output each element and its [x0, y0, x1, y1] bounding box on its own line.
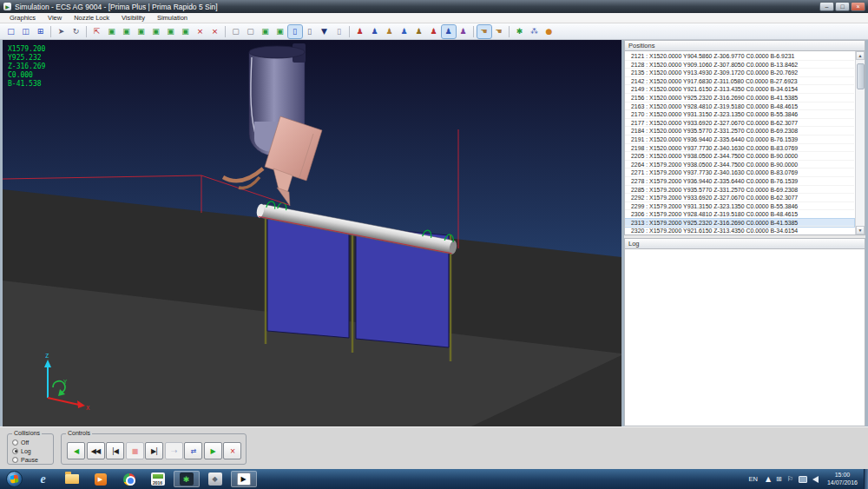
pick-hand-icon[interactable]: ☚: [477, 25, 491, 38]
menu-item-visibility[interactable]: Visibility: [115, 13, 151, 23]
positions-panel-toggle-icon[interactable]: ▯: [288, 25, 302, 38]
wire-overlay-icon[interactable]: ✱: [513, 25, 527, 38]
show-stock-icon[interactable]: ▣: [164, 25, 178, 38]
posture-manual-icon[interactable]: ♟: [457, 25, 470, 38]
node-points-icon[interactable]: ⁂: [528, 25, 542, 38]
position-row[interactable]: 2142 : X1520.0000 Y917.6830 Z-311.0580 C…: [625, 77, 854, 86]
title-bar[interactable]: ▶ Simulation - ECS AG 9004 - [Prima Plus…: [0, 0, 868, 13]
position-row[interactable]: 2306 : X1579.2000 Y928.4810 Z-319.5180 C…: [625, 210, 854, 219]
position-row[interactable]: 2299 : X1579.2000 Y931.3150 Z-323.1350 C…: [625, 202, 854, 211]
shaded-view-icon[interactable]: ▢: [244, 25, 258, 38]
language-indicator[interactable]: EN: [749, 475, 758, 483]
windows-update-icon[interactable]: ⊞: [776, 475, 782, 483]
posture-park-icon[interactable]: ♟: [412, 25, 426, 38]
collision-volume-icon[interactable]: ▼: [318, 25, 332, 38]
position-row[interactable]: 2205 : X1520.0000 Y938.0500 Z-344.7500 C…: [625, 152, 854, 161]
position-row[interactable]: 2135 : X1520.0000 Y913.4930 Z-309.1720 C…: [625, 69, 854, 77]
viewport-3d[interactable]: Z X Y X1579.200 Y925.232 Z-316.269 C0.00…: [3, 40, 621, 426]
collision-option-pause[interactable]: Pause: [12, 455, 53, 464]
sphere-tool-icon[interactable]: ●: [542, 25, 556, 38]
play-backward-button[interactable]: ◀: [67, 442, 85, 459]
menu-item-view[interactable]: View: [42, 13, 68, 23]
trace-path-icon[interactable]: ⇱: [90, 25, 104, 38]
internet-explorer[interactable]: e: [30, 471, 56, 487]
menu-item-simulation[interactable]: Simulation: [151, 13, 194, 23]
position-row[interactable]: 2177 : X1520.0000 Y933.6920 Z-327.0670 C…: [625, 119, 854, 128]
view-quad-icon[interactable]: ⊞: [34, 25, 48, 38]
step-forward-button[interactable]: ▶|: [145, 442, 163, 459]
pick-hand-alt-icon[interactable]: ☚: [492, 25, 506, 38]
minimize-button[interactable]: –: [819, 2, 834, 11]
taskbar-clock[interactable]: 15:0014/07/2016: [827, 472, 858, 486]
show-sheet-icon[interactable]: ▣: [179, 25, 193, 38]
radio-icon[interactable]: [12, 457, 18, 463]
position-row[interactable]: 2149 : X1520.0000 Y921.6150 Z-313.4350 C…: [625, 85, 854, 94]
action-center-flag-icon[interactable]: ⚐: [787, 475, 793, 483]
rotate-view-icon[interactable]: ↻: [69, 25, 83, 38]
clip-plane-y-icon[interactable]: ×: [208, 25, 222, 38]
posture-load-icon[interactable]: ♟: [383, 25, 397, 38]
app-2016[interactable]: 2016: [145, 471, 171, 487]
network-icon[interactable]: [799, 476, 807, 483]
view-single-icon[interactable]: □: [4, 25, 18, 38]
collision-option-off[interactable]: Off: [12, 438, 53, 446]
show-head-icon[interactable]: ▣: [120, 25, 134, 38]
chrome[interactable]: [116, 471, 142, 487]
solid-view-icon[interactable]: ▣: [259, 25, 273, 38]
maximize-button[interactable]: □: [835, 2, 850, 11]
menu-item-graphics[interactable]: Graphics: [3, 13, 42, 23]
position-row[interactable]: 2285 : X1579.2000 Y935.5770 Z-331.2570 C…: [625, 186, 854, 195]
play-button[interactable]: ▶: [204, 442, 222, 459]
position-row[interactable]: 2191 : X1520.0000 Y936.9440 Z-335.6440 C…: [625, 135, 854, 144]
scroll-up-icon[interactable]: ▲: [856, 51, 865, 60]
posture-alarm-icon[interactable]: ♟: [427, 25, 441, 38]
position-row[interactable]: 2278 : X1579.2000 Y936.9440 Z-335.6440 C…: [625, 177, 854, 186]
posture-home-icon[interactable]: ♟: [368, 25, 382, 38]
fast-rewind-button[interactable]: ◀◀: [87, 442, 105, 459]
step-back-button[interactable]: |◀: [106, 442, 124, 459]
run-app[interactable]: ▶: [231, 471, 257, 487]
windows-explorer[interactable]: [59, 471, 85, 487]
show-desktop-button[interactable]: [864, 469, 868, 489]
scroll-thumb[interactable]: [857, 63, 865, 89]
transparent-view-icon[interactable]: ▣: [273, 25, 287, 38]
simulation-app[interactable]: ✱: [174, 471, 200, 487]
position-row[interactable]: 2271 : X1579.2000 Y937.7730 Z-340.1630 C…: [625, 169, 854, 177]
log-panel-toggle-icon[interactable]: ▯: [303, 25, 317, 38]
show-fixture-icon[interactable]: ▣: [135, 25, 148, 38]
log-area[interactable]: [624, 249, 865, 426]
cad-app[interactable]: ◆: [202, 471, 228, 487]
select-cursor-icon[interactable]: ➤: [55, 25, 69, 38]
posture-run-icon[interactable]: ♟: [442, 25, 456, 38]
posture-stop-icon[interactable]: ♟: [353, 25, 367, 38]
goto-position-button[interactable]: ⇄: [184, 442, 202, 459]
positions-scrollbar[interactable]: ▲ ▼: [855, 51, 865, 235]
recycle-bin-icon[interactable]: ▯: [332, 25, 346, 38]
radio-icon[interactable]: [12, 448, 18, 454]
position-row[interactable]: 2313 : X1579.2000 Y925.2320 Z-316.2690 C…: [625, 219, 854, 228]
position-row[interactable]: 2198 : X1520.0000 Y937.7730 Z-340.1630 C…: [625, 144, 854, 153]
view-split-icon[interactable]: ◫: [19, 25, 33, 38]
close-button[interactable]: ×: [851, 2, 865, 11]
collision-option-log[interactable]: Log: [12, 446, 53, 455]
show-machine-icon[interactable]: ▣: [105, 25, 119, 38]
hidden-icons-icon[interactable]: ▲: [766, 475, 771, 483]
posture-work-icon[interactable]: ♟: [398, 25, 411, 38]
position-row[interactable]: 2170 : X1520.0000 Y931.3150 Z-323.1350 C…: [625, 110, 854, 119]
position-row[interactable]: 2292 : X1579.2000 Y933.6920 Z-327.0670 C…: [625, 194, 854, 202]
position-row[interactable]: 2184 : X1520.0000 Y935.5770 Z-331.2570 C…: [625, 127, 854, 135]
position-row[interactable]: 2128 : X1520.0000 Y909.1060 Z-307.8050 C…: [625, 61, 854, 69]
wireframe-view-icon[interactable]: ▢: [229, 25, 243, 38]
position-row[interactable]: 2264 : X1579.2000 Y938.0500 Z-344.7500 C…: [625, 161, 854, 169]
show-part-icon[interactable]: ▣: [149, 25, 163, 38]
volume-icon[interactable]: [812, 476, 819, 483]
radio-icon[interactable]: [12, 439, 18, 446]
position-row[interactable]: 2163 : X1520.0000 Y928.4810 Z-319.5180 C…: [625, 102, 854, 111]
position-row[interactable]: 2320 : X1579.2000 Y921.6150 Z-313.4350 C…: [625, 227, 854, 235]
position-row[interactable]: 2121 : X1520.0000 Y904.5860 Z-306.9770 C…: [625, 52, 854, 61]
media-player[interactable]: ▶: [88, 471, 114, 487]
clip-plane-x-icon[interactable]: ×: [194, 25, 207, 38]
scroll-down-icon[interactable]: ▼: [856, 226, 865, 235]
start-button[interactable]: [2, 471, 28, 487]
positions-list[interactable]: ▲ ▼ 2121 : X1520.0000 Y904.5860 Z-306.97…: [624, 51, 865, 235]
